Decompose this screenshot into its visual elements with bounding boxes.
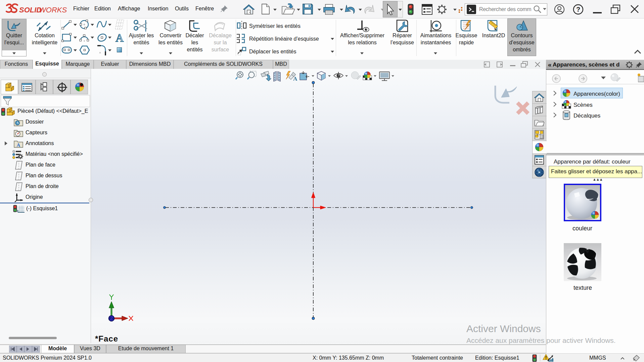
svg-text:A: A [17, 142, 20, 148]
svg-text:WORKS: WORKS [39, 6, 67, 14]
svg-text:A: A [293, 76, 297, 82]
svg-text:?: ? [576, 6, 580, 13]
svg-text:A: A [116, 32, 124, 43]
svg-text:SOLID: SOLID [19, 6, 42, 14]
